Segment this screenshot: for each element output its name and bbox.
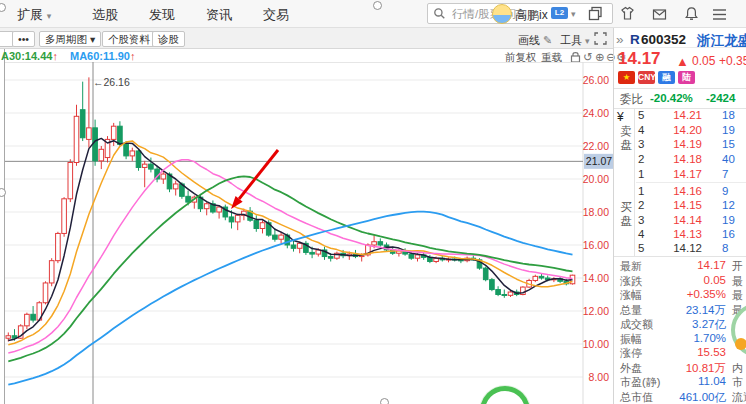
tools-menu-button[interactable]: 工具 ▾ xyxy=(560,33,590,48)
stock-badge-0: ★ xyxy=(618,71,635,84)
stat-value: 10.81万 xyxy=(656,361,726,376)
level-price: 14.21 xyxy=(654,109,702,121)
stat-label: 涨跌 xyxy=(620,274,642,289)
stat-label2-clipped: 开 xyxy=(732,259,746,274)
price-change: 0.05 xyxy=(692,54,715,68)
stat-label2-clipped: 市 xyxy=(732,375,746,390)
y-axis-tick: 16.00 xyxy=(583,239,609,251)
y-axis-tick: 20.00 xyxy=(583,173,609,185)
level-price: 14.17 xyxy=(654,168,702,180)
level-num: 2 xyxy=(638,199,644,211)
buy-row[interactable]: 214.1512 xyxy=(636,199,746,213)
stat-value: 14.17 xyxy=(656,259,726,271)
buy-row[interactable]: 314.1419 xyxy=(636,214,746,228)
level-price: 14.16 xyxy=(654,185,702,197)
list-icon[interactable] xyxy=(712,7,727,22)
level-num: 1 xyxy=(638,185,644,197)
y-axis-tick: 26.00 xyxy=(583,74,609,86)
price-up-arrow-icon: ▲ xyxy=(676,54,689,69)
more-tools-button[interactable]: ••• xyxy=(12,31,35,47)
stat-label2-clipped: 流通 xyxy=(732,390,746,404)
currency-toggle[interactable]: ¥ xyxy=(617,110,624,124)
buy-row[interactable]: 414.1316 xyxy=(636,228,746,242)
sell-row[interactable]: 314.1915 xyxy=(636,138,746,152)
stat-row: 最新14.17开 xyxy=(614,259,746,273)
capture-handle[interactable] xyxy=(380,398,389,404)
peak-price-annotation: ←26.16 xyxy=(93,76,130,88)
mail-icon[interactable] xyxy=(652,7,667,22)
skin-icon[interactable] xyxy=(620,6,635,21)
level-volume: 19 xyxy=(722,124,735,136)
level-num: 5 xyxy=(638,242,644,254)
level-volume: 40 xyxy=(722,153,735,165)
bell-icon[interactable] xyxy=(684,6,699,21)
sell-row[interactable]: 414.2019 xyxy=(636,124,746,138)
stock-badge-1: CNY xyxy=(638,71,655,84)
level-num: 3 xyxy=(638,214,644,226)
level-volume: 15 xyxy=(722,138,735,150)
stat-label: 最新 xyxy=(620,259,642,274)
y-axis-tick: 18.00 xyxy=(583,206,609,218)
level-num: 2 xyxy=(638,153,644,165)
weibi-label: 委比 xyxy=(620,92,643,107)
menu-item-资讯[interactable]: 资讯 xyxy=(206,6,232,24)
stat-value: 461.00亿 xyxy=(656,390,726,404)
level-price: 14.18 xyxy=(654,153,702,165)
stat-label2-clipped: 最 xyxy=(732,274,746,289)
menu-item-扩展[interactable]: 扩展 ▾ xyxy=(17,6,51,24)
sell-row[interactable]: 514.2118 xyxy=(636,109,746,123)
collapse-panel-button[interactable]: » xyxy=(616,32,624,47)
toolbar-button-多周期图[interactable]: 多周期图 ▾ xyxy=(39,31,101,47)
sell-row[interactable]: 114.177 xyxy=(636,168,746,182)
level-price: 14.13 xyxy=(654,228,702,240)
level-num: 4 xyxy=(638,124,644,136)
level-volume: 16 xyxy=(722,228,735,240)
stat-label: 市盈(静) xyxy=(620,375,660,390)
username[interactable]: 高鹏ix xyxy=(515,7,548,24)
draw-line-button[interactable]: 画线 ✎ xyxy=(518,33,552,48)
level-num: 3 xyxy=(638,138,644,150)
stat-label: 涨停 xyxy=(620,346,642,361)
sell-row[interactable]: 214.1840 xyxy=(636,153,746,167)
restore-window-icon[interactable] xyxy=(588,6,603,21)
menu-item-发现[interactable]: 发现 xyxy=(149,6,175,24)
avatar[interactable] xyxy=(492,4,512,24)
stat-label: 总市值 xyxy=(620,390,653,404)
stat-label: 振幅 xyxy=(620,332,642,347)
level-price: 14.20 xyxy=(654,124,702,136)
stat-label2-clipped: 内 xyxy=(732,361,746,376)
level2-badge: L2 xyxy=(551,7,568,19)
stat-row: 外盘10.81万内 xyxy=(614,361,746,375)
stat-value: 11.04 xyxy=(656,375,726,387)
user-caret-icon[interactable]: ▾ xyxy=(571,9,576,19)
stat-value: 1.70% xyxy=(656,332,726,344)
y-axis-tick: 10.00 xyxy=(583,338,609,350)
level-volume: 7 xyxy=(722,168,728,180)
menu-item-选股[interactable]: 选股 xyxy=(92,6,118,24)
buy-row[interactable]: 114.169 xyxy=(636,185,746,199)
stat-label: 成交额 xyxy=(620,317,653,332)
margin-flag: R xyxy=(630,32,640,47)
stat-value: 23.14万 xyxy=(656,303,726,318)
weibi-value: -20.42% xyxy=(650,92,693,104)
candlestick-chart[interactable]: 26.0024.0022.0020.0018.0016.0014.0012.00… xyxy=(5,62,613,404)
stat-label: 涨幅 xyxy=(620,288,642,303)
menu-item-交易[interactable]: 交易 xyxy=(263,6,289,24)
ma60-label: MA60:11.90↑ xyxy=(70,50,135,62)
fullscreen-icon[interactable] xyxy=(594,32,607,45)
capture-handle[interactable] xyxy=(373,1,382,10)
sell-side-label: 卖盘 xyxy=(620,124,632,152)
panel-rule xyxy=(614,47,746,48)
stat-row: 涨跌0.05最 xyxy=(614,274,746,288)
y-axis-tick: 22.00 xyxy=(583,140,609,152)
toolbar-button-诊股[interactable]: 诊股 xyxy=(152,31,185,47)
level-volume: 9 xyxy=(722,185,728,197)
level-num: 5 xyxy=(638,109,644,121)
price-change-pct: +0.35% xyxy=(719,54,746,68)
buy-row[interactable]: 514.128 xyxy=(636,242,746,256)
toolbar-button-个股资料[interactable]: 个股资料 xyxy=(102,31,156,47)
pencil-icon: ✎ xyxy=(543,34,552,46)
y-axis-tick: 12.00 xyxy=(583,305,609,317)
weibi-row: 委比 -20.42% -2424 xyxy=(614,88,746,109)
stat-row: 涨停15.53 xyxy=(614,346,746,360)
